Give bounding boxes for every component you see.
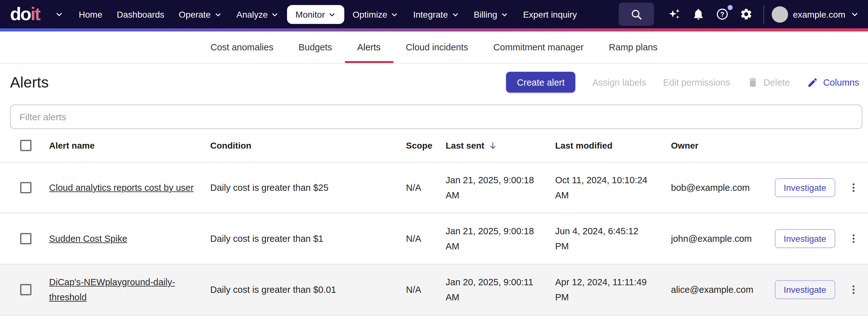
owner-cell: alice@example.com — [667, 285, 768, 295]
chevron-down-icon — [328, 10, 336, 19]
column-header-alert-name[interactable]: Alert name — [40, 140, 205, 150]
tab-cloud-incidents[interactable]: Cloud incidents — [393, 31, 480, 63]
search-button[interactable] — [618, 2, 654, 26]
owner-cell: john@example.com — [667, 234, 768, 244]
condition-cell: Daily cost is greater than $0.01 — [205, 285, 406, 295]
column-header-last-modified[interactable]: Last modified — [554, 140, 667, 150]
navbar-right-cluster: ? example.com — [618, 2, 861, 26]
nav-item-billing[interactable]: Billing — [467, 5, 515, 24]
main-nav: Home Dashboards Operate Analyze Monitor … — [72, 5, 583, 24]
row-checkbox[interactable] — [20, 233, 31, 244]
row-menu-button[interactable] — [845, 282, 862, 298]
account-menu[interactable]: example.com — [770, 5, 861, 24]
help-icon: ? — [716, 7, 729, 21]
brand-gradient-bar — [0, 28, 868, 31]
last-modified-cell: Jun 4, 2024, 6:45:12PM — [554, 224, 667, 254]
select-all-checkbox[interactable] — [20, 140, 31, 151]
trash-icon — [747, 77, 758, 88]
condition-cell: Daily cost is greater than $25 — [205, 183, 406, 193]
tab-cost-anomalies[interactable]: Cost anomalies — [198, 31, 286, 63]
sort-desc-arrow-icon — [488, 140, 498, 150]
column-header-condition[interactable]: Condition — [205, 140, 406, 150]
account-label: example.com — [793, 9, 845, 19]
last-modified-cell: Apr 12, 2024, 11:11:49PM — [554, 274, 667, 305]
page-actions: Create alert Assign labels Edit permissi… — [506, 72, 859, 92]
scope-cell: N/A — [406, 285, 444, 295]
alert-name-link[interactable]: Sudden Cost Spike — [49, 234, 127, 244]
settings-button[interactable] — [738, 6, 754, 22]
section-tabbar: Cost anomalies Budgets Alerts Cloud inci… — [0, 31, 868, 64]
svg-text:?: ? — [720, 10, 724, 18]
filter-alerts-input[interactable] — [10, 105, 862, 129]
top-navbar: doit Home Dashboards Operate Analyze Mon… — [0, 0, 868, 28]
logo-text-do: do — [10, 5, 31, 23]
assign-labels-button[interactable]: Assign labels — [592, 77, 646, 87]
nav-item-monitor[interactable]: Monitor — [287, 5, 344, 24]
help-notification-dot — [727, 5, 732, 10]
nav-item-optimize[interactable]: Optimize — [346, 5, 405, 24]
nav-item-operate[interactable]: Operate — [173, 5, 228, 24]
investigate-button[interactable]: Investigate — [775, 229, 835, 248]
kebab-menu-icon — [848, 182, 859, 193]
column-header-last-sent[interactable]: Last sent — [444, 140, 554, 150]
nav-item-analyze[interactable]: Analyze — [230, 5, 285, 24]
delete-button[interactable]: Delete — [747, 77, 790, 88]
nav-item-integrate[interactable]: Integrate — [407, 5, 466, 24]
nav-item-home[interactable]: Home — [72, 5, 108, 24]
tab-budgets[interactable]: Budgets — [286, 31, 345, 63]
logo-text-it: it — [31, 5, 40, 23]
pencil-icon — [807, 77, 818, 88]
filter-container — [10, 105, 862, 129]
kebab-menu-icon — [848, 284, 859, 295]
create-alert-button[interactable]: Create alert — [506, 72, 576, 92]
chevron-down-icon — [850, 10, 859, 19]
table-row: DiCap's-NEWplayground-daily-threshold Da… — [0, 264, 868, 316]
scope-cell: N/A — [406, 234, 444, 244]
columns-button[interactable]: Columns — [807, 77, 859, 88]
alerts-table: Alert name Condition Scope Last sent Las… — [0, 129, 868, 316]
page-header: Alerts Create alert Assign labels Edit p… — [10, 72, 859, 92]
gear-icon — [740, 7, 753, 21]
edit-permissions-button[interactable]: Edit permissions — [663, 77, 730, 87]
tab-commitment-manager[interactable]: Commitment manager — [481, 31, 596, 63]
nav-item-expert-inquiry[interactable]: Expert inquiry — [517, 5, 583, 24]
last-sent-cell: Jan 21, 2025, 9:00:18AM — [444, 224, 554, 254]
last-modified-cell: Oct 11, 2024, 10:10:24AM — [554, 173, 667, 203]
condition-cell: Daily cost is greater than $1 — [205, 234, 406, 244]
sparkle-icon — [668, 7, 681, 21]
alert-name-link[interactable]: DiCap's-NEWplayground-daily-threshold — [49, 277, 175, 302]
row-checkbox[interactable] — [20, 182, 31, 193]
row-checkbox[interactable] — [20, 284, 31, 295]
owner-cell: bob@example.com — [667, 183, 768, 193]
tab-alerts[interactable]: Alerts — [345, 31, 393, 63]
row-menu-button[interactable] — [845, 179, 862, 196]
nav-item-dashboards[interactable]: Dashboards — [111, 5, 170, 24]
chevron-down-icon — [451, 10, 459, 19]
column-header-owner[interactable]: Owner — [667, 140, 768, 150]
chevron-down-icon — [271, 10, 279, 19]
alert-name-link[interactable]: Cloud analytics reports cost by user — [49, 183, 193, 193]
org-switcher-chevron[interactable] — [54, 8, 65, 20]
help-button[interactable]: ? — [714, 6, 731, 22]
chevron-down-icon — [391, 10, 399, 19]
ai-assistant-button[interactable] — [666, 6, 683, 22]
column-header-scope[interactable]: Scope — [406, 140, 444, 150]
scope-cell: N/A — [406, 183, 444, 193]
navbar-divider — [763, 5, 764, 24]
chevron-down-icon — [500, 10, 508, 19]
app-window: doit Home Dashboards Operate Analyze Mon… — [0, 0, 868, 318]
bell-icon — [692, 7, 705, 21]
tab-ramp-plans[interactable]: Ramp plans — [596, 31, 670, 63]
chevron-down-icon — [214, 10, 222, 19]
avatar — [771, 6, 788, 22]
table-header-row: Alert name Condition Scope Last sent Las… — [0, 129, 868, 163]
chevron-down-icon — [55, 10, 64, 19]
page-title: Alerts — [10, 74, 49, 91]
notifications-button[interactable] — [690, 6, 707, 22]
doit-logo[interactable]: doit — [10, 5, 40, 23]
kebab-menu-icon — [848, 233, 859, 244]
row-menu-button[interactable] — [845, 230, 862, 247]
table-row: Cloud analytics reports cost by user Dai… — [0, 163, 868, 213]
investigate-button[interactable]: Investigate — [775, 178, 835, 197]
investigate-button[interactable]: Investigate — [775, 280, 835, 299]
